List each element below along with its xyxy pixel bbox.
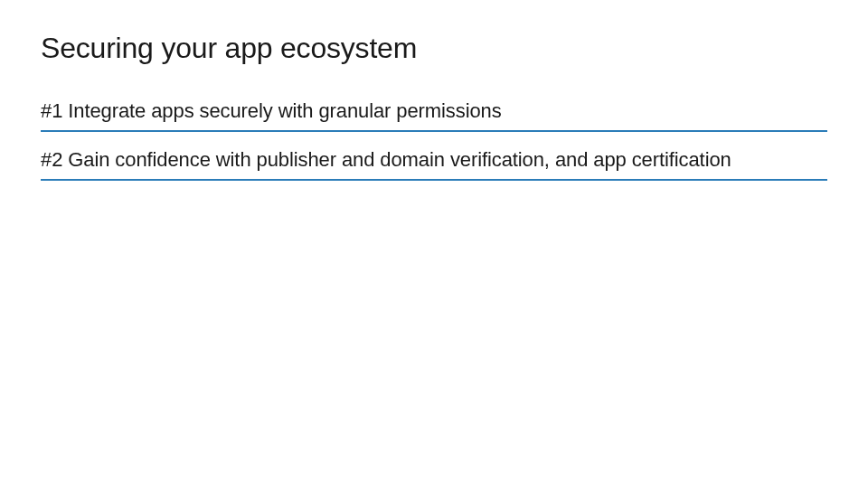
list-item: #1 Integrate apps securely with granular… [41,99,827,132]
slide-container: Securing your app ecosystem #1 Integrate… [0,0,868,229]
slide-title: Securing your app ecosystem [41,32,827,65]
list-item: #2 Gain confidence with publisher and do… [41,148,827,181]
